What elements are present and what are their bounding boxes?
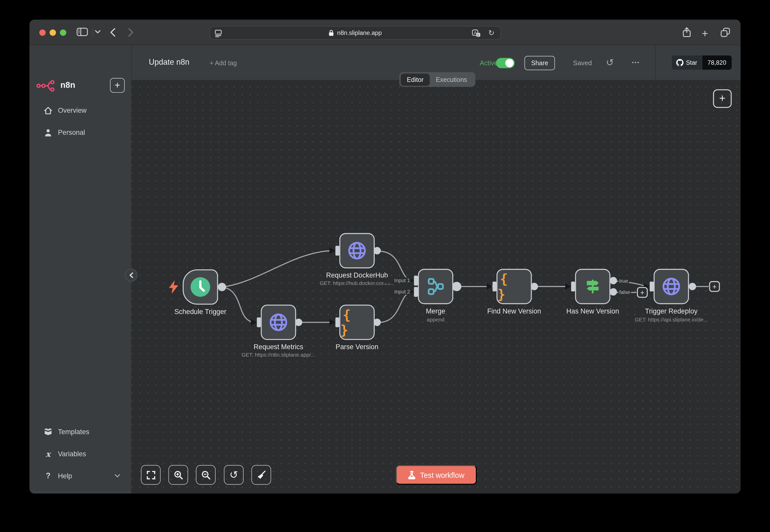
view-switcher: Editor Executions — [399, 72, 475, 87]
plus-icon: + — [712, 282, 717, 291]
reload-icon[interactable]: ↻ — [488, 29, 494, 37]
new-tab-icon[interactable]: + — [702, 27, 708, 40]
history-icon[interactable]: ↺ — [606, 57, 614, 68]
node-label: Merge — [394, 307, 477, 315]
node-subtitle: GET: https://n8n.sliplane.app/... — [222, 352, 335, 358]
fit-view-button[interactable] — [141, 465, 160, 485]
output-true-label: true — [618, 278, 629, 284]
tab-overview-icon[interactable] — [720, 27, 730, 37]
svg-text:x: x — [477, 33, 479, 37]
new-workflow-button[interactable]: + — [110, 78, 125, 93]
zoom-out-icon — [201, 470, 211, 480]
sidebar-divider — [30, 492, 131, 492]
browser-toolbar: n8n.sliplane.app Ax ↻ + — [30, 20, 741, 45]
sidebar-item-label: Variables — [58, 450, 86, 458]
flask-icon — [408, 471, 416, 479]
sidebar-toggle-icon[interactable] — [77, 27, 88, 36]
merge-icon — [425, 276, 446, 297]
add-node-false-branch-button[interactable]: + — [637, 287, 648, 298]
chevron-left-icon — [129, 272, 133, 278]
zoom-out-button[interactable] — [196, 465, 216, 485]
add-tag-button[interactable]: + Add tag — [210, 59, 237, 67]
active-label: Active — [480, 59, 498, 67]
close-window-button[interactable] — [39, 29, 45, 36]
zoom-in-icon — [173, 470, 183, 480]
braces-icon: { } — [497, 271, 531, 302]
github-star-button[interactable]: Star — [672, 55, 702, 70]
share-page-icon[interactable] — [683, 27, 691, 37]
plus-icon: + — [719, 92, 726, 105]
node-subtitle: append — [379, 316, 492, 322]
tidy-up-button[interactable] — [251, 465, 271, 485]
edge-schedule-metrics — [222, 287, 255, 322]
saved-status: Saved — [573, 59, 592, 67]
node-schedule-trigger[interactable] — [183, 269, 218, 305]
sidebar-item-variables[interactable]: x Variables — [30, 447, 131, 461]
globe-icon — [268, 312, 289, 333]
node-parse-version[interactable]: { } — [339, 305, 375, 340]
clock-icon — [187, 274, 213, 300]
zoom-window-button[interactable] — [60, 29, 66, 36]
translate-icon[interactable]: Ax — [472, 30, 481, 37]
minimize-window-button[interactable] — [49, 29, 56, 36]
lock-icon — [329, 30, 334, 36]
star-count[interactable]: 78,820 — [702, 55, 732, 70]
test-workflow-label: Test workflow — [420, 471, 464, 479]
node-request-metrics[interactable] — [261, 305, 296, 340]
node-label: Trigger Redeploy — [630, 307, 713, 315]
tab-editor[interactable]: Editor — [400, 73, 430, 86]
node-label: Find New Version — [472, 307, 556, 315]
toolbar-divider — [92, 27, 93, 37]
active-toggle[interactable] — [496, 58, 515, 68]
undo-icon: ↺ — [230, 469, 238, 481]
sidebar-item-label: Personal — [58, 129, 85, 137]
zoom-in-button[interactable] — [168, 465, 188, 485]
globe-icon — [661, 276, 682, 297]
plus-icon: + — [640, 288, 645, 297]
add-node-after-redeploy-button[interactable]: + — [709, 281, 720, 292]
node-trigger-redeploy[interactable] — [654, 269, 689, 304]
app-sidebar: n8n + Overview Personal Templates — [30, 45, 131, 493]
merge-input2-label: Input 2 — [383, 288, 411, 295]
node-has-new-version[interactable] — [575, 269, 611, 304]
node-label: Schedule Trigger — [158, 308, 242, 316]
address-bar[interactable]: n8n.sliplane.app Ax ↻ — [210, 26, 501, 40]
box-icon — [43, 428, 53, 436]
home-icon — [43, 106, 53, 115]
variable-icon: x — [43, 449, 53, 458]
star-label: Star — [686, 59, 697, 66]
sidebar-item-help[interactable]: ? Help — [30, 469, 131, 483]
add-node-button[interactable]: + — [713, 89, 732, 108]
output-false-label: false — [618, 289, 631, 295]
github-star-widget[interactable]: Star 78,820 — [672, 55, 732, 70]
tab-executions[interactable]: Executions — [430, 76, 473, 83]
url-text: n8n.sliplane.app — [337, 30, 382, 36]
fit-view-icon — [146, 470, 156, 480]
node-request-dockerhub[interactable] — [339, 233, 375, 269]
forward-button-icon[interactable] — [128, 28, 134, 37]
signpost-icon — [583, 276, 603, 297]
trigger-bolt-icon — [169, 280, 178, 294]
sidebar-item-label: Overview — [58, 107, 87, 115]
sidebar-collapse-button[interactable] — [125, 269, 137, 282]
node-label: Has New Version — [551, 307, 635, 315]
merge-input1-label: Input 1 — [383, 277, 411, 284]
back-button-icon[interactable] — [110, 28, 115, 37]
sidebar-item-label: Templates — [58, 428, 89, 436]
node-label: Request Metrics — [237, 343, 320, 351]
test-workflow-button[interactable]: Test workflow — [396, 465, 477, 485]
more-options-button[interactable]: ••• — [632, 59, 640, 65]
sidebar-item-personal[interactable]: Personal — [30, 125, 131, 140]
chevron-down-icon[interactable] — [95, 30, 101, 34]
share-button[interactable]: Share — [524, 56, 555, 70]
reset-zoom-button[interactable]: ↺ — [224, 465, 244, 485]
header-divider — [655, 45, 656, 80]
sidebar-item-templates[interactable]: Templates — [30, 424, 131, 439]
node-merge[interactable] — [418, 269, 453, 304]
broom-icon — [256, 470, 266, 480]
node-find-new-version[interactable]: { } — [496, 269, 532, 304]
brand-name: n8n — [60, 80, 75, 90]
sidebar-item-overview[interactable]: Overview — [30, 103, 131, 118]
workflow-canvas[interactable]: Schedule Trigger Request DockerHub GET: … — [131, 80, 740, 493]
workflow-title[interactable]: Update n8n — [149, 58, 189, 67]
